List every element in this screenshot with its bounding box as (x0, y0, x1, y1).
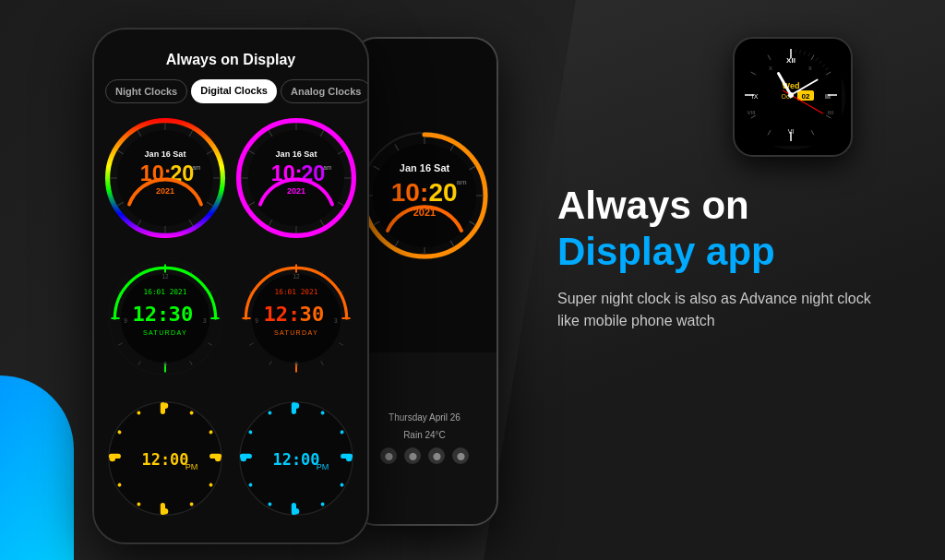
watch-body: XII III IX VI II X IIII VIII Wed 02 Oct (733, 37, 853, 157)
svg-text:II: II (809, 66, 813, 71)
svg-text:6: 6 (163, 361, 167, 367)
svg-text:16:01 2021: 16:01 2021 (144, 288, 187, 296)
heading-white: Always on (557, 185, 908, 227)
svg-line-25 (320, 220, 324, 226)
svg-line-130 (374, 166, 380, 170)
svg-line-127 (395, 240, 399, 246)
phone-large-mockup: Jan 16 Sat 10: 20 am 2021 Thursday April… (351, 37, 498, 526)
app-icons-row: ⬤ ⬤ ⬤ ⬤ (380, 447, 469, 464)
svg-text:X: X (769, 66, 772, 71)
svg-rect-114 (341, 454, 353, 459)
clock-grid: Jan 16 Sat 10: 20 am 2021 (105, 118, 356, 528)
svg-line-27 (269, 220, 272, 226)
svg-line-21 (320, 130, 324, 137)
svg-text:12: 12 (161, 273, 169, 280)
tab-analog-clocks[interactable]: Analog Clocks (281, 79, 369, 103)
app-icon-1: ⬤ (380, 447, 397, 464)
svg-line-3 (207, 150, 213, 154)
svg-text:VIII: VIII (748, 110, 756, 115)
svg-line-124 (469, 221, 475, 225)
phone-body: Always on Display Night Clocks Digital C… (92, 28, 369, 544)
svg-line-5 (207, 202, 213, 206)
svg-line-45 (208, 343, 212, 346)
svg-text:XII: XII (786, 56, 795, 65)
app-icon-2: ⬤ (404, 447, 421, 464)
tab-night-clocks[interactable]: Night Clocks (105, 79, 187, 103)
svg-text:2021: 2021 (156, 186, 174, 196)
svg-text:9: 9 (124, 317, 127, 324)
app-icon-3: ⬤ (428, 447, 445, 464)
svg-line-22 (338, 150, 344, 154)
svg-text:Jan 16 Sat: Jan 16 Sat (400, 162, 450, 173)
svg-text:PM: PM (317, 462, 329, 471)
tab-digital-clocks[interactable]: Digital Clocks (191, 79, 277, 103)
tab-bar: Night Clocks Digital Clocks Analog Clock… (105, 79, 356, 103)
svg-line-121 (450, 145, 454, 151)
clock-cell-6: 12:00 PM (236, 399, 356, 518)
clock-cell-5: 12:00 PM (105, 399, 225, 518)
svg-line-9 (117, 202, 124, 206)
svg-text:Jan 16 Sat: Jan 16 Sat (145, 149, 186, 159)
svg-line-46 (190, 361, 193, 365)
screen-title: Always on Display (105, 52, 356, 68)
svg-line-128 (374, 221, 380, 225)
large-phone-bottom: Thursday April 26 Rain 24°C ⬤ ⬤ ⬤ ⬤ (353, 352, 496, 524)
svg-rect-94 (109, 454, 121, 459)
svg-line-122 (469, 166, 475, 170)
heading-blue: Display app (557, 231, 908, 273)
svg-rect-96 (161, 402, 165, 414)
svg-line-125 (450, 240, 454, 246)
svg-rect-115 (292, 402, 296, 414)
svg-text:am: am (192, 164, 200, 171)
svg-text:Jan 16 Sat: Jan 16 Sat (276, 149, 317, 159)
clock-cell-4: 16:01 2021 12: 30 SATURDAY 12 3 6 9 (236, 258, 356, 378)
svg-line-67 (321, 361, 324, 365)
svg-text:am: am (323, 164, 331, 171)
app-icon-4: ⬤ (452, 447, 469, 464)
svg-text:02: 02 (802, 92, 810, 101)
svg-line-28 (248, 202, 255, 206)
svg-text:2021: 2021 (287, 186, 305, 196)
clock-cell-1: Jan 16 Sat 10: 20 am 2021 (105, 118, 225, 238)
right-content: Always on Display app Super night clock … (557, 185, 908, 332)
svg-text:IX: IX (752, 93, 759, 100)
svg-text:10:: 10: (391, 178, 428, 207)
svg-point-174 (788, 92, 794, 98)
watch-face-svg: XII III IX VI II X IIII VIII Wed 02 Oct (740, 44, 842, 146)
svg-rect-97 (161, 503, 165, 515)
clock-cell-3: 16:01 2021 12: 30 SATURDAY 12 3 6 9 (105, 258, 225, 378)
weather-date: Thursday April 26 (389, 412, 461, 423)
svg-text:3: 3 (203, 317, 207, 324)
svg-text:12:: 12: (263, 302, 300, 326)
svg-text:12:: 12: (132, 302, 169, 326)
svg-text:3: 3 (334, 317, 338, 324)
svg-line-2 (189, 130, 193, 137)
svg-rect-113 (240, 454, 252, 459)
svg-text:SATURDAY: SATURDAY (274, 329, 318, 337)
sub-description: Super night clock is also as Advance nig… (557, 288, 871, 332)
large-clock-svg: Jan 16 Sat 10: 20 am 2021 (360, 131, 489, 260)
svg-line-48 (118, 343, 123, 346)
svg-line-11 (117, 150, 124, 154)
svg-text:12:00: 12:00 (273, 450, 320, 469)
analog-watch: XII III IX VI II X IIII VIII Wed 02 Oct (733, 37, 853, 157)
svg-line-66 (339, 343, 343, 346)
svg-text:6: 6 (294, 361, 298, 367)
svg-text:30: 30 (300, 302, 325, 326)
weather-condition: Rain 24°C (403, 430, 446, 440)
svg-line-47 (138, 361, 141, 365)
phone-screen: Always on Display Night Clocks Digital C… (94, 30, 367, 542)
svg-text:12: 12 (293, 273, 300, 280)
svg-line-69 (249, 343, 254, 346)
svg-line-12 (138, 130, 141, 137)
svg-text:20: 20 (428, 178, 457, 207)
svg-line-30 (248, 150, 255, 154)
large-phone-top: Jan 16 Sat 10: 20 am 2021 (353, 39, 496, 352)
svg-line-8 (138, 220, 141, 226)
svg-rect-95 (209, 454, 221, 459)
svg-text:PM: PM (185, 462, 198, 471)
svg-line-68 (269, 361, 272, 365)
phone-large-body: Jan 16 Sat 10: 20 am 2021 Thursday April… (351, 37, 498, 526)
svg-text:am: am (456, 178, 466, 186)
svg-text:VI: VI (788, 128, 795, 135)
